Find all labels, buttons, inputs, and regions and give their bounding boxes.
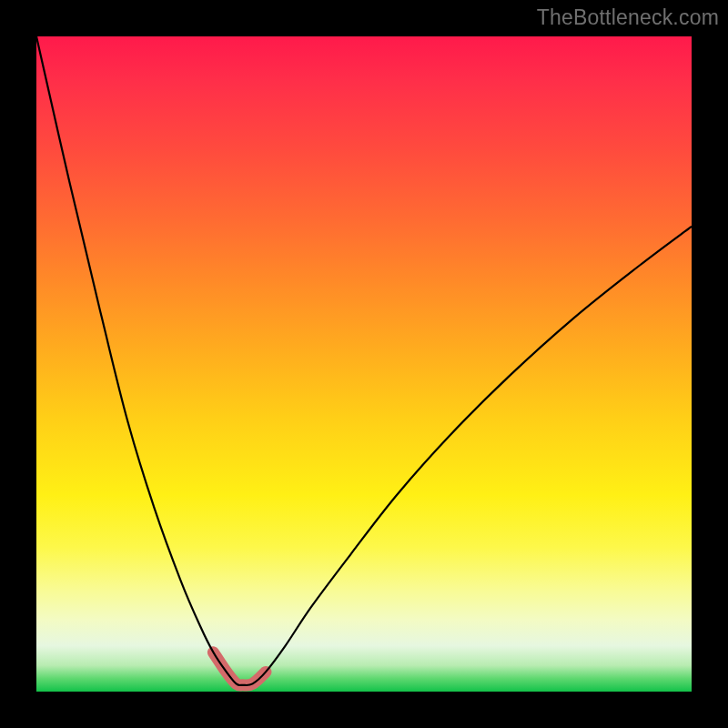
- plot-area: [36, 36, 692, 692]
- bottleneck-curve: [36, 36, 692, 685]
- chart-overlay-svg: [36, 36, 692, 692]
- site-credit-label: TheBottleneck.com: [537, 5, 719, 30]
- chart-frame: TheBottleneck.com: [0, 0, 728, 728]
